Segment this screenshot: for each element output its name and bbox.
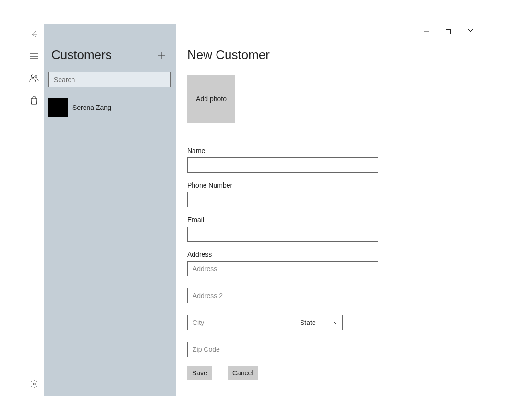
state-select[interactable]: State (295, 315, 343, 330)
plus-icon (157, 51, 166, 60)
add-photo-label: Add photo (196, 95, 227, 103)
minimize-button[interactable] (415, 24, 437, 39)
email-group: Email (187, 216, 482, 242)
gear-icon (30, 380, 38, 388)
back-button[interactable] (29, 29, 39, 39)
minimize-icon (423, 29, 429, 35)
list-item[interactable]: Serena Zang (48, 97, 171, 118)
back-arrow-icon (30, 30, 38, 38)
state-placeholder: State (300, 319, 316, 326)
name-group: Name (187, 147, 482, 173)
chevron-down-icon (333, 321, 338, 324)
sidebar: Customers Serena Zang (44, 24, 176, 396)
page-title: New Customer (187, 48, 482, 62)
phone-label: Phone Number (187, 181, 482, 189)
address-group: Address State (187, 251, 482, 357)
phone-input[interactable] (187, 192, 378, 207)
add-photo-button[interactable]: Add photo (187, 75, 235, 123)
customers-nav[interactable] (29, 73, 39, 83)
name-input[interactable] (187, 157, 378, 173)
close-button[interactable] (459, 24, 482, 39)
customer-list: Serena Zang (44, 92, 176, 118)
zip-input[interactable] (187, 342, 235, 357)
menu-button[interactable] (29, 51, 39, 61)
email-label: Email (187, 216, 482, 224)
app-window: Customers Serena Zang New Customer Add p… (24, 24, 482, 396)
shopping-bag-icon (30, 96, 38, 105)
main-content: New Customer Add photo Name Phone Number… (176, 24, 482, 396)
hamburger-icon (30, 53, 38, 60)
window-controls (415, 24, 482, 39)
avatar (48, 98, 68, 117)
sidebar-title: Customers (51, 48, 112, 62)
cancel-button[interactable]: Cancel (228, 366, 258, 380)
svg-point-10 (33, 383, 36, 385)
svg-point-8 (31, 75, 34, 78)
people-icon (29, 74, 39, 83)
address-label: Address (187, 251, 482, 258)
address2-input[interactable] (187, 288, 378, 303)
customer-name: Serena Zang (72, 104, 111, 111)
form-actions: Save Cancel (187, 366, 482, 380)
name-label: Name (187, 147, 482, 155)
email-input[interactable] (187, 227, 378, 242)
save-button[interactable]: Save (187, 366, 212, 380)
sidebar-header: Customers (44, 24, 176, 72)
add-customer-button[interactable] (156, 49, 168, 61)
svg-rect-1 (446, 30, 451, 34)
maximize-icon (446, 29, 451, 35)
search-wrap (44, 72, 176, 92)
close-icon (468, 29, 473, 35)
orders-nav[interactable] (29, 96, 39, 105)
city-input[interactable] (187, 315, 283, 330)
search-input[interactable] (48, 72, 171, 87)
nav-rail (24, 24, 44, 396)
settings-nav[interactable] (29, 379, 39, 389)
phone-group: Phone Number (187, 181, 482, 207)
address-input[interactable] (187, 261, 378, 276)
maximize-button[interactable] (437, 24, 459, 39)
svg-point-9 (35, 75, 37, 77)
